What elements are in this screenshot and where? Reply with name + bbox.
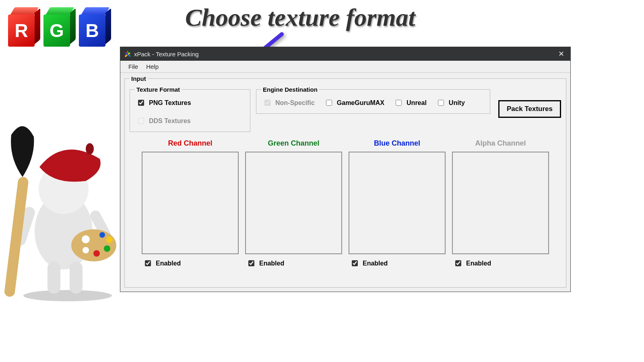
channel-red-title: Red Channel bbox=[142, 139, 239, 148]
dds-textures-checkbox: DDS Textures bbox=[136, 117, 191, 125]
channel-green-enabled-checkbox[interactable]: Enabled bbox=[247, 259, 342, 267]
titlebar[interactable]: xPack - Texture Packing ✕ bbox=[120, 47, 570, 61]
svg-rect-5 bbox=[70, 261, 83, 294]
channel-green-title: Green Channel bbox=[245, 139, 342, 148]
svg-point-13 bbox=[106, 237, 113, 243]
channel-alpha-enabled-checkbox[interactable]: Enabled bbox=[454, 259, 549, 267]
texture-format-legend: Texture Format bbox=[135, 86, 182, 93]
engine-unity-input[interactable] bbox=[438, 100, 444, 106]
menu-file[interactable]: File bbox=[124, 62, 142, 72]
channel-red-slot[interactable] bbox=[142, 152, 239, 254]
close-button[interactable]: ✕ bbox=[552, 47, 570, 61]
window-title: xPack - Texture Packing bbox=[134, 51, 552, 58]
svg-rect-4 bbox=[47, 261, 60, 294]
svg-point-10 bbox=[83, 247, 89, 253]
channel-green-enabled-label: Enabled bbox=[259, 260, 284, 267]
channel-red: Red Channel Enabled bbox=[142, 139, 239, 267]
svg-point-8 bbox=[71, 229, 116, 261]
dds-textures-input bbox=[138, 118, 144, 124]
channel-blue-enabled-label: Enabled bbox=[363, 260, 388, 267]
painter-mascot-graphic bbox=[3, 121, 120, 302]
engine-nonspecific-input bbox=[264, 100, 270, 106]
channels-row: Red Channel Enabled Green Channel Enable… bbox=[130, 139, 561, 267]
channel-blue-slot[interactable] bbox=[349, 152, 446, 254]
engine-unity-checkbox[interactable]: Unity bbox=[436, 99, 465, 107]
input-group-legend: Input bbox=[130, 75, 148, 82]
png-textures-checkbox[interactable]: PNG Textures bbox=[136, 99, 191, 107]
engine-unity-label: Unity bbox=[449, 99, 465, 107]
texture-format-group: Texture Format PNG Textures DDS Textures bbox=[130, 86, 250, 132]
channel-alpha-title: Alpha Channel bbox=[452, 139, 549, 148]
png-textures-input[interactable] bbox=[138, 100, 144, 106]
channel-alpha-slot[interactable] bbox=[452, 152, 549, 254]
channel-green-slot[interactable] bbox=[245, 152, 342, 254]
engine-gamegurumax-input[interactable] bbox=[326, 100, 332, 106]
channel-red-enabled-label: Enabled bbox=[156, 260, 181, 267]
close-icon: ✕ bbox=[558, 49, 564, 58]
engine-gamegurumax-checkbox[interactable]: GameGuruMAX bbox=[324, 99, 384, 107]
cube-g: G bbox=[43, 7, 76, 47]
svg-point-14 bbox=[99, 232, 105, 238]
channel-alpha-enabled-label: Enabled bbox=[466, 260, 491, 267]
svg-point-12 bbox=[104, 245, 110, 252]
channel-alpha: Alpha Channel Enabled bbox=[452, 139, 549, 267]
png-textures-label: PNG Textures bbox=[149, 99, 191, 107]
channel-green-enabled-input[interactable] bbox=[248, 260, 254, 266]
channel-red-enabled-input[interactable] bbox=[145, 260, 151, 266]
rgb-cubes-graphic: R G B bbox=[8, 7, 111, 47]
cube-b: B bbox=[79, 7, 111, 47]
instruction-heading: Choose texture format bbox=[185, 3, 415, 32]
channel-blue-enabled-checkbox[interactable]: Enabled bbox=[350, 259, 446, 267]
engine-unreal-label: Unreal bbox=[407, 99, 427, 107]
engine-gamegurumax-label: GameGuruMAX bbox=[337, 99, 384, 107]
engine-unreal-checkbox[interactable]: Unreal bbox=[394, 99, 427, 107]
app-window: xPack - Texture Packing ✕ File Help Inpu… bbox=[120, 47, 571, 292]
channel-green: Green Channel Enabled bbox=[245, 139, 342, 267]
app-icon bbox=[124, 51, 131, 57]
svg-point-3 bbox=[86, 143, 94, 154]
engine-destination-legend: Engine Destination bbox=[261, 86, 319, 93]
engine-nonspecific-label: Non-Specific bbox=[275, 99, 315, 107]
menubar: File Help bbox=[120, 61, 570, 73]
channel-blue-title: Blue Channel bbox=[349, 139, 446, 148]
cube-r: R bbox=[8, 7, 40, 47]
pack-textures-button[interactable]: Pack Textures bbox=[498, 100, 561, 118]
engine-nonspecific-checkbox: Non-Specific bbox=[263, 99, 315, 107]
channel-red-enabled-checkbox[interactable]: Enabled bbox=[143, 259, 239, 267]
input-group: Input Texture Format PNG Textures DDS Te… bbox=[124, 75, 566, 288]
dds-textures-label: DDS Textures bbox=[149, 117, 191, 125]
channel-alpha-enabled-input[interactable] bbox=[455, 260, 461, 266]
channel-blue-enabled-input[interactable] bbox=[352, 260, 358, 266]
menu-help[interactable]: Help bbox=[142, 62, 163, 72]
svg-point-0 bbox=[23, 290, 112, 301]
channel-blue: Blue Channel Enabled bbox=[349, 139, 446, 267]
svg-point-11 bbox=[93, 250, 100, 257]
engine-destination-group: Engine Destination Non-Specific GameGuru… bbox=[256, 86, 490, 114]
svg-point-9 bbox=[82, 235, 90, 243]
engine-unreal-input[interactable] bbox=[396, 100, 402, 106]
